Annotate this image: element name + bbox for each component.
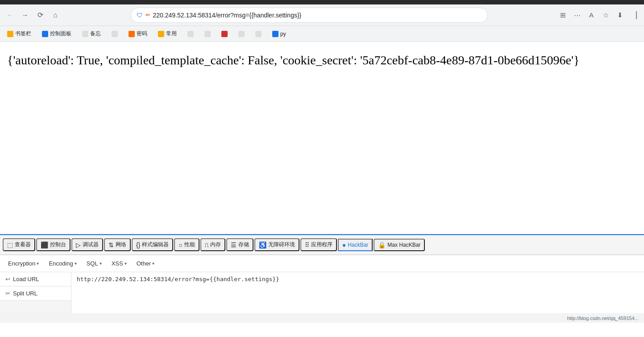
toolbar-right: ⊞ ⋯ A ☆ ⬇ ▕: [557, 9, 640, 21]
bookmark-favicon: [82, 31, 88, 37]
bookmark-label: 常用: [166, 30, 177, 38]
devtools-style-tool[interactable]: {} 样式编辑器: [132, 238, 173, 251]
sidebar-button[interactable]: ▕: [628, 9, 640, 21]
more-options-button[interactable]: ⋯: [571, 9, 583, 21]
edit-url-icon: ✏: [145, 12, 150, 18]
perf-icon: ○: [179, 241, 182, 249]
inspector-label: 查看器: [15, 241, 31, 249]
bookmark-item[interactable]: 备忘: [79, 29, 104, 38]
encoding-chevron-icon: ▾: [75, 261, 77, 266]
application-icon: ⠿: [305, 241, 309, 249]
split-url-button[interactable]: ✂ Split URL: [0, 286, 71, 301]
encryption-label: Encryption: [8, 260, 35, 267]
application-label: 应用程序: [311, 241, 332, 249]
maxhackbar-label: Max HacKBar: [387, 242, 420, 248]
style-label: 样式编辑器: [142, 241, 169, 249]
page-content: {'autoreload': True, 'compiled_template_…: [0, 42, 644, 234]
bookmark-item[interactable]: [108, 30, 121, 38]
bookmark-item[interactable]: 书签栏: [4, 29, 35, 38]
bookmark-label: 控制面板: [50, 30, 71, 38]
hackbar-content: ↩ Load URL ✂ Split URL http://220.249.52…: [0, 272, 644, 313]
encryption-chevron-icon: ▾: [37, 261, 39, 266]
back-button[interactable]: ←: [4, 9, 16, 21]
debugger-icon: ▷: [76, 241, 81, 249]
other-menu-button[interactable]: Other ▾: [132, 258, 159, 269]
encoding-menu-button[interactable]: Encoding ▾: [44, 258, 81, 269]
devtools-memory-tool[interactable]: ⎍ 内存: [200, 238, 225, 251]
bookmark-favicon: [238, 31, 245, 37]
encryption-menu-button[interactable]: Encryption ▾: [4, 258, 43, 269]
xss-chevron-icon: ▾: [125, 261, 127, 266]
security-shield-icon: 🛡: [137, 12, 143, 19]
bookmark-button[interactable]: ☆: [599, 9, 612, 21]
bookmark-label: 书签栏: [15, 30, 31, 38]
bookmark-favicon: [129, 31, 135, 37]
reload-button[interactable]: ⟳: [34, 9, 46, 21]
bookmark-favicon: [221, 31, 228, 37]
accessibility-label: 无障碍环境: [268, 241, 295, 249]
translate-button[interactable]: A: [585, 9, 598, 21]
bookmark-item[interactable]: 常用: [154, 29, 180, 38]
sql-menu-button[interactable]: SQL ▾: [82, 258, 106, 269]
bookmark-item[interactable]: [184, 30, 197, 38]
perf-label: 性能: [184, 241, 195, 249]
console-label: 控制台: [50, 241, 66, 249]
hackbar-toolbar: Encryption ▾ Encoding ▾ SQL ▾ XSS ▾ Othe…: [0, 255, 644, 272]
load-url-button[interactable]: ↩ Load URL: [0, 272, 71, 286]
encoding-label: Encoding: [49, 260, 73, 267]
bookmark-item[interactable]: [235, 30, 248, 38]
page-text: {'autoreload': True, 'compiled_template_…: [7, 51, 637, 70]
bookmark-label: 密码: [137, 30, 147, 38]
home-button[interactable]: ⌂: [49, 9, 62, 21]
bookmark-item[interactable]: [252, 30, 265, 38]
load-url-label: Load URL: [13, 276, 39, 282]
hackbar-left-panel: ↩ Load URL ✂ Split URL: [0, 272, 71, 313]
bookmark-item[interactable]: 控制面板: [38, 29, 75, 38]
forward-button[interactable]: →: [19, 9, 31, 21]
accessibility-icon: ♿: [259, 241, 266, 249]
bookmark-favicon: [7, 31, 13, 37]
memory-label: 内存: [210, 241, 221, 249]
download-button[interactable]: ⬇: [614, 9, 626, 21]
address-bar-container: 🛡 ✏: [131, 8, 488, 23]
hackbar-icon: ●: [342, 241, 346, 249]
network-label: 网络: [116, 241, 126, 249]
bookmark-item[interactable]: 密码: [125, 29, 151, 38]
bookmark-label: 备忘: [90, 30, 101, 38]
hackbar-label: HackBar: [348, 242, 368, 248]
hackbar-url-input[interactable]: http://220.249.52.134:58314/error?msg={{…: [71, 272, 644, 313]
bookmark-favicon: [272, 31, 278, 37]
bookmark-label: py: [280, 31, 286, 37]
bookmark-item[interactable]: [218, 30, 231, 38]
bookmark-favicon: [42, 31, 48, 37]
devtools-perf-tool[interactable]: ○ 性能: [174, 238, 199, 251]
devtools-maxhackbar-tool[interactable]: 🔒 Max HacKBar: [374, 239, 425, 251]
status-url: http://blog.csdn.net/qq_459154...: [567, 316, 639, 321]
bookmark-item[interactable]: py: [269, 30, 290, 38]
xss-menu-button[interactable]: XSS ▾: [107, 258, 131, 269]
bookmark-favicon: [204, 31, 211, 37]
devtools-hackbar-tool[interactable]: ● HackBar: [338, 239, 373, 251]
address-bar-input[interactable]: [153, 12, 482, 19]
storage-label: 存储: [238, 241, 249, 249]
devtools-network-tool[interactable]: ⇅ 网络: [104, 238, 131, 251]
extensions-button[interactable]: ⊞: [557, 9, 569, 21]
browser-toolbar: ← → ⟳ ⌂ 🛡 ✏ ⊞ ⋯ A ☆ ⬇ ▕: [0, 4, 644, 26]
sql-chevron-icon: ▾: [100, 261, 102, 266]
status-bar: http://blog.csdn.net/qq_459154...: [0, 313, 644, 323]
style-icon: {}: [136, 241, 140, 249]
devtools-application-tool[interactable]: ⠿ 应用程序: [300, 238, 337, 251]
maxhackbar-icon: 🔒: [378, 241, 386, 249]
devtools-storage-tool[interactable]: ☰ 存储: [226, 238, 253, 251]
devtools-bar: ⬚ 查看器 ⬛ 控制台 ▷ 调试器 ⇅ 网络 {} 样式编辑器 ○ 性能 ⎍ 内…: [0, 234, 644, 255]
bookmark-favicon: [112, 31, 118, 37]
devtools-console-tool[interactable]: ⬛ 控制台: [36, 238, 71, 251]
hackbar-url-area: http://220.249.52.134:58314/error?msg={{…: [71, 272, 644, 313]
hackbar-panel: Encryption ▾ Encoding ▾ SQL ▾ XSS ▾ Othe…: [0, 255, 644, 313]
devtools-debugger-tool[interactable]: ▷ 调试器: [71, 238, 103, 251]
console-icon: ⬛: [41, 241, 48, 249]
bookmark-item[interactable]: [201, 30, 214, 38]
devtools-accessibility-tool[interactable]: ♿ 无障碍环境: [254, 238, 299, 251]
browser-chrome-bar: [0, 0, 644, 4]
devtools-inspector-tool[interactable]: ⬚ 查看器: [3, 238, 35, 251]
